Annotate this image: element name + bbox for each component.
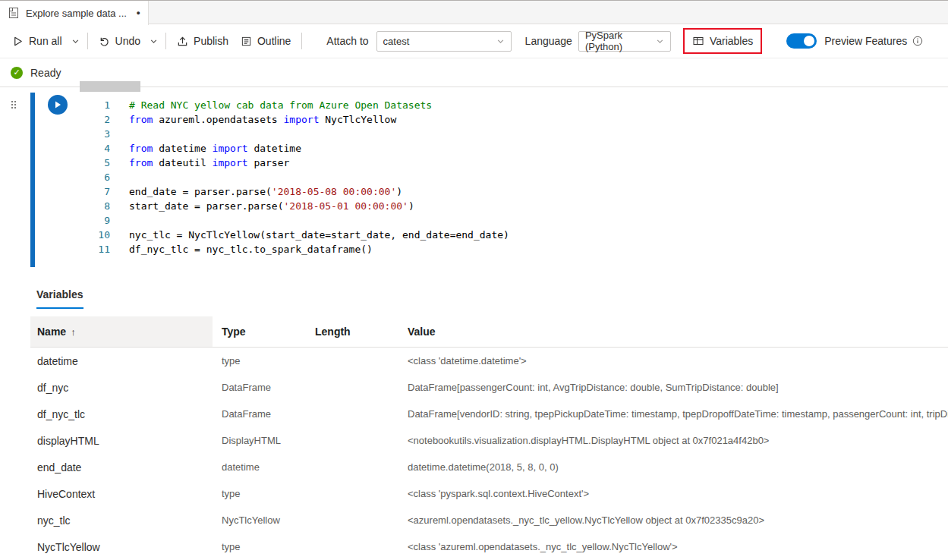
line-number: 3 bbox=[35, 127, 129, 141]
code-line[interactable]: 2from azureml.opendatasets import NycTlc… bbox=[35, 112, 948, 127]
cell-name: df_nyc bbox=[30, 382, 213, 394]
line-number: 6 bbox=[35, 170, 129, 184]
code-line[interactable]: 10nyc_tlc = NycTlcYellow(start_date=star… bbox=[35, 228, 948, 242]
line-number: 5 bbox=[35, 156, 129, 170]
table-row[interactable]: NycTlcYellowtype<class 'azureml.opendata… bbox=[30, 533, 948, 560]
cell-name: NycTlcYellow bbox=[30, 541, 213, 553]
line-number: 7 bbox=[35, 184, 129, 199]
code-text bbox=[129, 127, 135, 141]
table-row[interactable]: nyc_tlcNycTlcYellow<azureml.opendatasets… bbox=[30, 507, 948, 533]
cell-value: <class 'pyspark.sql.context.HiveContext'… bbox=[398, 488, 948, 499]
status-label: Ready bbox=[30, 67, 61, 79]
cell-value: <notebookutils.visualization.displayHTML… bbox=[398, 435, 948, 446]
cell-selection-bar bbox=[30, 93, 35, 267]
language-select[interactable]: PySpark (Python) bbox=[578, 31, 671, 52]
attach-to-select[interactable]: catest bbox=[376, 31, 512, 52]
code-line[interactable]: 3 bbox=[35, 127, 948, 141]
table-row[interactable]: df_nyc_tlcDataFrameDataFrame[vendorID: s… bbox=[30, 401, 948, 427]
column-header-length[interactable]: Length bbox=[306, 316, 398, 347]
cell-name: end_date bbox=[30, 461, 213, 473]
code-text: end_date = parser.parse('2018-05-08 00:0… bbox=[129, 184, 402, 199]
publish-icon bbox=[177, 36, 188, 47]
code-line[interactable]: 9 bbox=[35, 213, 948, 228]
cell-value: <class 'azureml.opendatasets._nyc_tlc_ye… bbox=[398, 541, 948, 552]
table-row[interactable]: end_datedatetimedatetime.datetime(2018, … bbox=[30, 454, 948, 480]
code-line[interactable]: 8start_date = parser.parse('2018-05-01 0… bbox=[35, 199, 948, 213]
cell-type: DataFrame bbox=[213, 408, 306, 420]
drag-handle-icon[interactable] bbox=[10, 99, 17, 112]
ready-check-icon: ✓ bbox=[11, 67, 23, 79]
variables-icon bbox=[692, 35, 704, 47]
variables-button-highlight: Variables bbox=[683, 28, 762, 54]
line-number: 2 bbox=[35, 112, 129, 127]
variables-panel-tab[interactable]: Variables bbox=[36, 288, 83, 309]
code-line[interactable]: 1# Read NYC yellow cab data from Azure O… bbox=[35, 98, 948, 112]
code-line[interactable]: 11df_nyc_tlc = nyc_tlc.to_spark_datafram… bbox=[35, 242, 948, 256]
code-line[interactable]: 5from dateutil import parser bbox=[35, 156, 948, 170]
code-cell[interactable]: 1# Read NYC yellow cab data from Azure O… bbox=[0, 93, 948, 268]
cell-name: HiveContext bbox=[30, 488, 213, 500]
chevron-down-icon bbox=[71, 37, 80, 46]
variables-label: Variables bbox=[710, 35, 753, 47]
cell-name: datetime bbox=[30, 355, 213, 367]
toggle-knob bbox=[804, 36, 814, 46]
variables-table-body: datetimetype<class 'datetime.datetime'>d… bbox=[30, 348, 948, 560]
sort-ascending-icon: ↑ bbox=[71, 326, 76, 338]
code-line[interactable]: 7end_date = parser.parse('2018-05-08 00:… bbox=[35, 184, 948, 199]
column-header-type[interactable]: Type bbox=[213, 316, 306, 347]
play-icon bbox=[12, 36, 24, 47]
cell-type: NycTlcYellow bbox=[213, 514, 306, 526]
code-line[interactable]: 6 bbox=[35, 170, 948, 184]
toolbar-divider bbox=[87, 33, 88, 49]
run-cell-button[interactable] bbox=[48, 95, 68, 115]
variables-button[interactable]: Variables bbox=[686, 30, 759, 52]
line-number: 8 bbox=[35, 199, 129, 213]
attach-to-label: Attach to bbox=[326, 35, 368, 47]
publish-label: Publish bbox=[194, 35, 228, 47]
preview-features-toggle[interactable] bbox=[786, 33, 817, 49]
publish-button[interactable]: Publish bbox=[171, 30, 235, 52]
cell-type: type bbox=[213, 488, 306, 499]
table-row[interactable]: displayHTMLDisplayHTML<notebookutils.vis… bbox=[30, 427, 948, 454]
line-number: 4 bbox=[35, 141, 129, 156]
undo-button[interactable]: Undo bbox=[93, 30, 146, 52]
undo-dropdown-button[interactable] bbox=[146, 33, 161, 50]
cell-value: <class 'datetime.datetime'> bbox=[398, 355, 948, 367]
code-text: nyc_tlc = NycTlcYellow(start_date=start_… bbox=[129, 228, 509, 242]
cell-name: displayHTML bbox=[30, 435, 213, 447]
code-text: from dateutil import parser bbox=[129, 156, 289, 170]
tab-title: Explore sample data ... bbox=[26, 8, 131, 19]
run-all-dropdown-button[interactable] bbox=[68, 33, 83, 50]
code-text: # Read NYC yellow cab data from Azure Op… bbox=[129, 98, 432, 112]
undo-label: Undo bbox=[115, 35, 140, 47]
undo-icon bbox=[99, 36, 110, 47]
info-icon[interactable] bbox=[912, 36, 923, 46]
play-icon bbox=[53, 100, 62, 109]
cell-toolbar-stub bbox=[80, 81, 140, 92]
column-header-name[interactable]: Name ↑ bbox=[30, 316, 213, 347]
unsaved-changes-dot: ● bbox=[137, 10, 140, 17]
chevron-down-icon bbox=[150, 37, 158, 46]
table-row[interactable]: HiveContexttype<class 'pyspark.sql.conte… bbox=[30, 480, 948, 507]
column-header-value[interactable]: Value bbox=[398, 316, 948, 347]
chevron-down-icon bbox=[656, 37, 664, 46]
attach-to-value: catest bbox=[383, 36, 410, 47]
cell-type: datetime bbox=[213, 461, 306, 473]
toolbar-divider bbox=[165, 33, 166, 49]
code-lines[interactable]: 1# Read NYC yellow cab data from Azure O… bbox=[35, 93, 948, 256]
table-row[interactable]: datetimetype<class 'datetime.datetime'> bbox=[30, 348, 948, 374]
code-line[interactable]: 4from datetime import datetime bbox=[35, 141, 948, 156]
language-label: Language bbox=[525, 35, 572, 47]
line-number: 10 bbox=[35, 228, 129, 242]
code-text: from datetime import datetime bbox=[129, 141, 301, 156]
table-row[interactable]: df_nycDataFrameDataFrame[passengerCount:… bbox=[30, 374, 948, 401]
language-value: PySpark (Python) bbox=[585, 30, 656, 52]
notebook-icon bbox=[8, 7, 20, 19]
table-header-row: Name ↑ Type Length Value bbox=[30, 316, 948, 348]
outline-icon bbox=[241, 36, 252, 47]
run-all-button[interactable]: Run all bbox=[6, 30, 68, 52]
variables-table: Name ↑ Type Length Value datetimetype<cl… bbox=[30, 316, 948, 560]
code-text: from azureml.opendatasets import NycTlcY… bbox=[129, 112, 396, 127]
outline-button[interactable]: Outline bbox=[235, 30, 297, 52]
notebook-tab[interactable]: Explore sample data ... ● bbox=[0, 1, 149, 25]
